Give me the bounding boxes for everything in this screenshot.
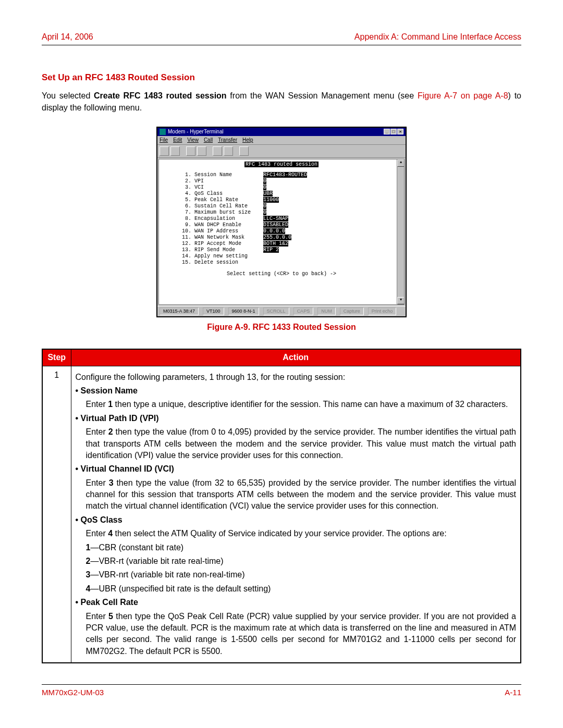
hyperterminal-window: Modem - HyperTerminal _ □ × FileEditView… (156, 127, 407, 317)
intro-bold: Create RFC 1483 routed session (94, 91, 227, 100)
steps-table: Step Action 1 Configure the following pa… (42, 349, 521, 663)
menu-item[interactable]: View (187, 137, 199, 143)
bullet-heading: Peak Cell Rate (76, 597, 517, 608)
action-cell: Configure the following parameters, 1 th… (71, 366, 521, 663)
action-paragraph: Enter 5 then type the QoS Peak Cell Rate… (76, 611, 517, 658)
toolbar-button[interactable] (213, 146, 222, 156)
menu-item[interactable]: File (160, 137, 168, 143)
scroll-down-icon[interactable]: ▼ (397, 297, 405, 304)
terminal-row: 5. Peak Cell Rate 11000 (182, 197, 402, 203)
bullet-heading: Virtual Channel ID (VCI) (76, 463, 517, 475)
status-dim: Capture (340, 307, 364, 315)
intro-pre: You selected (42, 91, 94, 100)
status-term: VT100 (203, 307, 224, 315)
toolbar (157, 145, 406, 158)
intro-link[interactable]: Figure A-7 on page A-8 (418, 91, 508, 100)
terminal-row: 9. WAN DHCP Enable DISABLED (182, 222, 402, 228)
toolbar-button[interactable] (186, 146, 195, 156)
menu-item[interactable]: Help (242, 137, 253, 143)
qos-option: 1—CBR (constant bit rate) (76, 542, 517, 553)
col-step: Step (42, 349, 71, 366)
page-header: April 14, 2006 Appendix A: Command Line … (42, 31, 521, 45)
status-bar: M0315-A 38:47VT1009600 8-N-1SCROLLCAPSNU… (157, 306, 406, 316)
app-icon (160, 129, 166, 135)
terminal-rows: 1. Session Name RFC1483-ROUTED 2. VPI 0 … (182, 172, 402, 266)
maximize-icon[interactable]: □ (390, 129, 397, 134)
terminal-prompt: Select setting (<CR> to go back) -> (161, 271, 402, 277)
toolbar-button[interactable] (224, 146, 233, 156)
action-intro: Configure the following parameters, 1 th… (76, 372, 517, 383)
section-heading: Set Up an RFC 1483 Routed Session (42, 71, 521, 84)
terminal-row: 14. Apply new setting (182, 253, 402, 260)
action-paragraph: Enter 1 then type a unique, descriptive … (76, 399, 517, 410)
terminal-row: 8. Encapsulation LLC-SNAP (182, 216, 402, 222)
terminal-row: 2. VPI 0 (182, 178, 402, 184)
close-icon[interactable]: × (397, 129, 403, 134)
terminal-row: 3. VCI 0 (182, 184, 402, 191)
action-paragraph: Enter 3 then type the value (from 32 to … (76, 477, 517, 512)
status-time: M0315-A 38:47 (160, 307, 199, 315)
terminal-row: 12. RIP Accept Mode BOTH 1&2 (182, 241, 402, 247)
page-footer: MM70xG2-UM-03 A-11 (42, 684, 521, 698)
bullet-heading: Virtual Path ID (VPI) (76, 413, 517, 424)
terminal-body: RFC 1483 routed session 1. Session Name … (158, 159, 405, 305)
qos-option: 3—VBR-nrt (variable bit rate non-real-ti… (76, 569, 517, 581)
footer-docid: MM70xG2-UM-03 (42, 687, 104, 698)
scrollbar[interactable]: ▲ ▼ (397, 159, 404, 304)
status-dim: Print echo (368, 307, 397, 315)
scroll-up-icon[interactable]: ▲ (397, 159, 405, 167)
terminal-row: 6. Sustain Cell Rate 0 (182, 203, 402, 209)
toolbar-button[interactable] (239, 146, 249, 156)
menu-item[interactable]: Edit (173, 137, 182, 143)
action-paragraph: Enter 4 then select the ATM Quality of S… (76, 528, 517, 539)
terminal-row: 1. Session Name RFC1483-ROUTED (182, 172, 402, 178)
action-paragraph: Enter 2 then type the value (from 0 to 4… (76, 426, 517, 461)
menu-item[interactable]: Transfer (218, 137, 237, 143)
terminal-row: 15. Delete session (182, 260, 402, 266)
status-dim: SCROLL (263, 307, 289, 315)
terminal-row: 11. WAN Network Mask 255.0.0.0 (182, 235, 402, 241)
menu-bar[interactable]: FileEditViewCallTransferHelp (157, 136, 406, 145)
toolbar-button[interactable] (160, 146, 169, 156)
window-titlebar: Modem - HyperTerminal _ □ × (157, 128, 406, 136)
status-dim: NUM (317, 307, 336, 315)
col-action: Action (71, 349, 521, 366)
minimize-icon[interactable]: _ (384, 129, 390, 134)
figure-caption: Figure A-9. RFC 1433 Routed Session (42, 322, 521, 333)
terminal-row: 7. Maximum burst size 0 (182, 209, 402, 216)
terminal-row: 4. QoS Class UBR (182, 191, 402, 197)
bullet-heading: Session Name (76, 385, 517, 397)
status-conn: 9600 8-N-1 (228, 307, 259, 315)
header-date: April 14, 2006 (42, 31, 93, 43)
step-number: 1 (42, 366, 71, 663)
terminal-row: 10. WAN IP Address 0.0.0.0 (182, 228, 402, 235)
intro-paragraph: You selected Create RFC 1483 routed sess… (42, 90, 521, 114)
terminal-figure: Modem - HyperTerminal _ □ × FileEditView… (42, 127, 521, 317)
bullet-heading: QoS Class (76, 514, 517, 526)
toolbar-button[interactable] (197, 146, 206, 156)
menu-item[interactable]: Call (204, 137, 213, 143)
status-dim: CAPS (293, 307, 314, 315)
terminal-row: 13. RIP Send Mode RIP 2 (182, 247, 402, 253)
qos-option: 4—UBR (unspecified bit rate is the defau… (76, 583, 517, 595)
footer-pagenum: A-11 (505, 687, 521, 698)
header-appendix: Appendix A: Command Line Interface Acces… (354, 31, 521, 43)
terminal-section-title: RFC 1483 routed session (244, 162, 319, 167)
window-title: Modem - HyperTerminal (168, 129, 224, 135)
toolbar-button[interactable] (170, 146, 180, 156)
intro-mid: from the WAN Session Management menu (se… (227, 91, 418, 100)
qos-option: 2—VBR-rt (variable bit rate real-time) (76, 556, 517, 567)
